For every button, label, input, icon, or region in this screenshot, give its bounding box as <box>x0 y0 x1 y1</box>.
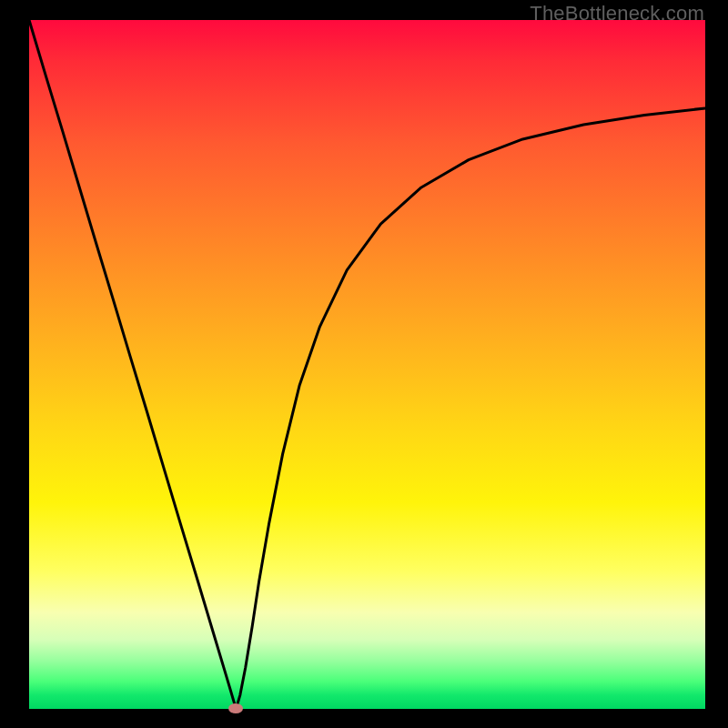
watermark-text: TheBottleneck.com <box>530 2 704 25</box>
plot-area <box>29 20 705 709</box>
bottleneck-curve <box>29 20 705 709</box>
chart-frame: TheBottleneck.com <box>0 0 728 728</box>
minimum-marker <box>228 703 243 713</box>
